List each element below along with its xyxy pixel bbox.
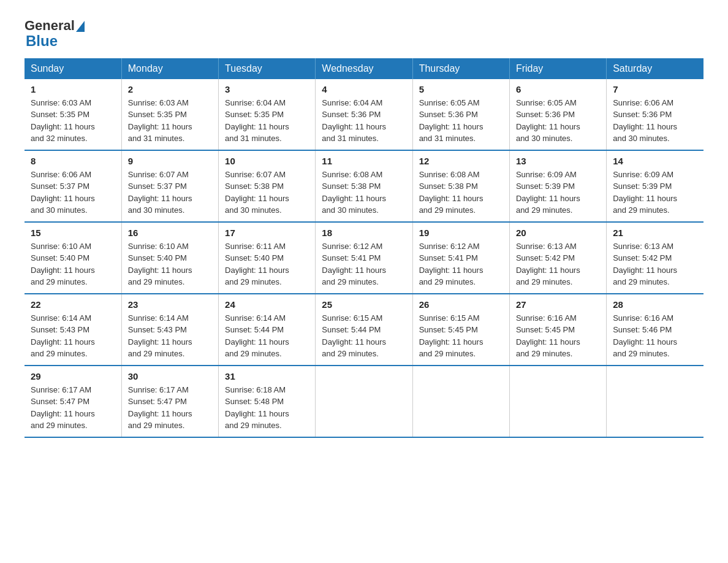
day-info: Sunrise: 6:05 AMSunset: 5:36 PMDaylight:… <box>419 97 503 145</box>
day-number: 16 <box>128 228 212 238</box>
calendar-cell: 13Sunrise: 6:09 AMSunset: 5:39 PMDayligh… <box>509 150 606 222</box>
day-number: 26 <box>419 299 503 310</box>
calendar-body: 1Sunrise: 6:03 AMSunset: 5:35 PMDaylight… <box>25 79 703 437</box>
day-info: Sunrise: 6:17 AMSunset: 5:47 PMDaylight:… <box>128 384 212 432</box>
calendar-cell: 8Sunrise: 6:06 AMSunset: 5:37 PMDaylight… <box>25 150 121 222</box>
day-number: 12 <box>419 156 503 166</box>
calendar-cell: 10Sunrise: 6:07 AMSunset: 5:38 PMDayligh… <box>219 150 316 222</box>
calendar-cell: 21Sunrise: 6:13 AMSunset: 5:42 PMDayligh… <box>607 222 703 294</box>
day-number: 22 <box>31 299 115 310</box>
day-info: Sunrise: 6:09 AMSunset: 5:39 PMDaylight:… <box>516 169 600 216</box>
day-number: 9 <box>128 156 212 166</box>
col-wednesday: Wednesday <box>316 58 412 79</box>
calendar-cell: 28Sunrise: 6:16 AMSunset: 5:46 PMDayligh… <box>607 294 703 366</box>
day-number: 10 <box>225 156 309 166</box>
calendar-row-4: 22Sunrise: 6:14 AMSunset: 5:43 PMDayligh… <box>25 294 703 366</box>
day-number: 21 <box>613 228 697 238</box>
day-number: 8 <box>31 156 115 166</box>
calendar-cell: 14Sunrise: 6:09 AMSunset: 5:39 PMDayligh… <box>607 150 703 222</box>
calendar-cell <box>412 366 509 437</box>
calendar-cell: 22Sunrise: 6:14 AMSunset: 5:43 PMDayligh… <box>25 294 121 366</box>
day-info: Sunrise: 6:17 AMSunset: 5:47 PMDaylight:… <box>31 384 115 432</box>
calendar-cell: 31Sunrise: 6:18 AMSunset: 5:48 PMDayligh… <box>219 366 316 437</box>
calendar-cell: 11Sunrise: 6:08 AMSunset: 5:38 PMDayligh… <box>316 150 412 222</box>
day-number: 29 <box>31 371 115 381</box>
day-number: 7 <box>613 84 697 94</box>
day-number: 28 <box>613 299 697 310</box>
day-info: Sunrise: 6:03 AMSunset: 5:35 PMDaylight:… <box>31 97 115 145</box>
col-sunday: Sunday <box>25 58 121 79</box>
day-number: 3 <box>225 84 309 94</box>
calendar-row-5: 29Sunrise: 6:17 AMSunset: 5:47 PMDayligh… <box>25 366 703 437</box>
day-info: Sunrise: 6:08 AMSunset: 5:38 PMDaylight:… <box>419 169 503 216</box>
day-number: 11 <box>322 156 406 166</box>
day-info: Sunrise: 6:06 AMSunset: 5:36 PMDaylight:… <box>613 97 697 145</box>
day-number: 17 <box>225 228 309 238</box>
day-info: Sunrise: 6:05 AMSunset: 5:36 PMDaylight:… <box>516 97 600 145</box>
calendar-cell: 16Sunrise: 6:10 AMSunset: 5:40 PMDayligh… <box>121 222 218 294</box>
calendar-row-3: 15Sunrise: 6:10 AMSunset: 5:40 PMDayligh… <box>25 222 703 294</box>
col-thursday: Thursday <box>412 58 509 79</box>
day-number: 15 <box>31 228 115 238</box>
logo-blue: Blue <box>26 33 58 49</box>
day-info: Sunrise: 6:15 AMSunset: 5:45 PMDaylight:… <box>419 312 503 360</box>
logo-arrow-icon <box>76 21 85 32</box>
calendar-cell: 27Sunrise: 6:16 AMSunset: 5:45 PMDayligh… <box>509 294 606 366</box>
calendar-cell: 1Sunrise: 6:03 AMSunset: 5:35 PMDaylight… <box>25 79 121 150</box>
calendar-header: Sunday Monday Tuesday Wednesday Thursday… <box>25 58 703 79</box>
day-number: 5 <box>419 84 503 94</box>
day-number: 23 <box>128 299 212 310</box>
day-info: Sunrise: 6:07 AMSunset: 5:37 PMDaylight:… <box>128 169 212 216</box>
day-info: Sunrise: 6:14 AMSunset: 5:44 PMDaylight:… <box>225 312 309 360</box>
calendar-cell: 15Sunrise: 6:10 AMSunset: 5:40 PMDayligh… <box>25 222 121 294</box>
day-info: Sunrise: 6:14 AMSunset: 5:43 PMDaylight:… <box>31 312 115 360</box>
day-info: Sunrise: 6:18 AMSunset: 5:48 PMDaylight:… <box>225 384 309 432</box>
day-info: Sunrise: 6:07 AMSunset: 5:38 PMDaylight:… <box>225 169 309 216</box>
col-tuesday: Tuesday <box>219 58 316 79</box>
day-info: Sunrise: 6:13 AMSunset: 5:42 PMDaylight:… <box>516 240 600 288</box>
col-monday: Monday <box>121 58 218 79</box>
day-info: Sunrise: 6:06 AMSunset: 5:37 PMDaylight:… <box>31 169 115 216</box>
day-info: Sunrise: 6:12 AMSunset: 5:41 PMDaylight:… <box>322 240 406 288</box>
calendar-cell: 30Sunrise: 6:17 AMSunset: 5:47 PMDayligh… <box>121 366 218 437</box>
logo: General Blue <box>25 18 85 50</box>
day-info: Sunrise: 6:09 AMSunset: 5:39 PMDaylight:… <box>613 169 697 216</box>
day-number: 25 <box>322 299 406 310</box>
day-info: Sunrise: 6:15 AMSunset: 5:44 PMDaylight:… <box>322 312 406 360</box>
day-number: 14 <box>613 156 697 166</box>
calendar-cell: 29Sunrise: 6:17 AMSunset: 5:47 PMDayligh… <box>25 366 121 437</box>
day-number: 4 <box>322 84 406 94</box>
day-number: 24 <box>225 299 309 310</box>
header-row: Sunday Monday Tuesday Wednesday Thursday… <box>25 58 703 79</box>
calendar-cell: 17Sunrise: 6:11 AMSunset: 5:40 PMDayligh… <box>219 222 316 294</box>
calendar-cell: 25Sunrise: 6:15 AMSunset: 5:44 PMDayligh… <box>316 294 412 366</box>
calendar-cell <box>509 366 606 437</box>
day-info: Sunrise: 6:12 AMSunset: 5:41 PMDaylight:… <box>419 240 503 288</box>
day-number: 31 <box>225 371 309 381</box>
calendar-cell <box>607 366 703 437</box>
day-number: 27 <box>516 299 600 310</box>
day-info: Sunrise: 6:13 AMSunset: 5:42 PMDaylight:… <box>613 240 697 288</box>
day-number: 2 <box>128 84 212 94</box>
calendar-cell: 26Sunrise: 6:15 AMSunset: 5:45 PMDayligh… <box>412 294 509 366</box>
calendar-cell: 3Sunrise: 6:04 AMSunset: 5:35 PMDaylight… <box>219 79 316 150</box>
calendar-cell: 12Sunrise: 6:08 AMSunset: 5:38 PMDayligh… <box>412 150 509 222</box>
calendar-cell: 4Sunrise: 6:04 AMSunset: 5:36 PMDaylight… <box>316 79 412 150</box>
calendar-table: Sunday Monday Tuesday Wednesday Thursday… <box>25 58 703 438</box>
col-saturday: Saturday <box>607 58 703 79</box>
logo-general: General <box>25 18 75 33</box>
calendar-cell: 6Sunrise: 6:05 AMSunset: 5:36 PMDaylight… <box>509 79 606 150</box>
day-info: Sunrise: 6:04 AMSunset: 5:36 PMDaylight:… <box>322 97 406 145</box>
calendar-cell: 19Sunrise: 6:12 AMSunset: 5:41 PMDayligh… <box>412 222 509 294</box>
day-info: Sunrise: 6:16 AMSunset: 5:46 PMDaylight:… <box>613 312 697 360</box>
page-header: General Blue <box>25 18 703 50</box>
day-number: 30 <box>128 371 212 381</box>
calendar-cell <box>316 366 412 437</box>
calendar-cell: 24Sunrise: 6:14 AMSunset: 5:44 PMDayligh… <box>219 294 316 366</box>
calendar-cell: 5Sunrise: 6:05 AMSunset: 5:36 PMDaylight… <box>412 79 509 150</box>
day-info: Sunrise: 6:04 AMSunset: 5:35 PMDaylight:… <box>225 97 309 145</box>
day-number: 20 <box>516 228 600 238</box>
day-info: Sunrise: 6:03 AMSunset: 5:35 PMDaylight:… <box>128 97 212 145</box>
day-number: 19 <box>419 228 503 238</box>
day-number: 1 <box>31 84 115 94</box>
